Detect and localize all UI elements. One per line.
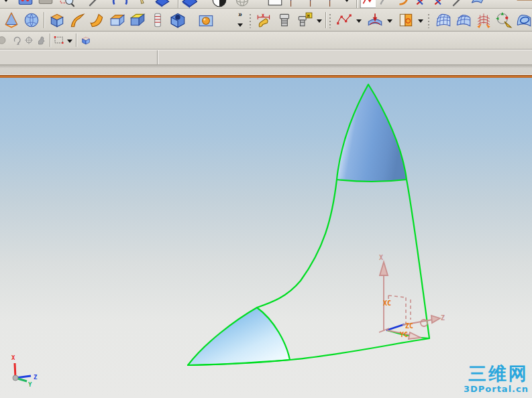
wcs-x-label: X (379, 254, 383, 261)
triad-x-label: X (11, 354, 15, 361)
dropdown-caret-icon[interactable] (65, 31, 74, 49)
pen-icon[interactable] (87, 0, 103, 8)
status-bar (0, 50, 532, 65)
wcs-xc-label: XC (383, 300, 391, 307)
target-gray-icon[interactable] (23, 32, 34, 48)
wcs-yc-label: YC (400, 331, 408, 338)
blue-panel-red-dots-icon[interactable] (17, 0, 33, 8)
toolbar-separator (178, 0, 179, 8)
toolbar-separator (76, 34, 77, 47)
upper-dome-surface[interactable] (337, 84, 407, 182)
bolt-icon[interactable] (274, 10, 295, 30)
open-blue-box-icon[interactable] (81, 32, 91, 48)
toolbar-separator (356, 0, 358, 8)
toolbar-drag-handle[interactable] (427, 12, 431, 28)
curved-sheet-1-icon[interactable] (67, 10, 87, 30)
model-canvas[interactable]: X Z XC ZC YC X Z Y (0, 78, 532, 398)
svg-text:x: x (262, 11, 265, 17)
loop-surface-icon[interactable] (514, 10, 532, 30)
emboss-sphere-icon[interactable] (196, 10, 216, 30)
orange-hook-icon[interactable] (396, 0, 412, 8)
cone-surface-icon[interactable] (1, 10, 21, 30)
ribbed-cylinder-icon[interactable] (148, 10, 168, 30)
graphics-viewport[interactable]: X Z XC ZC YC X Z Y 三维网 3DPortal.cn (0, 78, 532, 398)
pen-icon[interactable] (450, 0, 466, 8)
flag-3-icon[interactable] (325, 0, 341, 8)
section-solid-icon[interactable] (127, 10, 148, 30)
triad-z-label: Z (34, 374, 38, 381)
toolbar-row-partial (0, 0, 532, 9)
red-blue-arrows-icon[interactable] (432, 0, 448, 8)
dropdown-caret-icon[interactable] (342, 0, 351, 8)
wrench-measure-icon[interactable]: x (254, 10, 274, 30)
dropdown-caret-icon[interactable] (1, 0, 10, 8)
flag-2-icon[interactable] (305, 0, 321, 8)
wcs-z-label: Z (441, 314, 445, 322)
selected-edge[interactable] (386, 324, 405, 330)
flag-1-icon[interactable] (286, 0, 302, 8)
cube-with-hole-icon[interactable] (168, 10, 188, 30)
red-polyline-pressed-icon[interactable] (360, 0, 376, 8)
cursor-page-icon[interactable] (134, 0, 150, 8)
watermark-line2: 3DPortal.cn (464, 385, 529, 393)
toolbar-overflow-button[interactable]: » (235, 10, 246, 30)
blue-wedge-icon[interactable] (154, 0, 170, 8)
circle-sketch-pencil-icon[interactable] (494, 10, 514, 30)
watermark: 三维网 3DPortal.cn (464, 364, 529, 393)
application-window: »xH (0, 0, 532, 398)
shelled-box-icon[interactable] (47, 10, 67, 30)
spline-points-icon[interactable] (334, 10, 354, 30)
wcs-yc-arrowhead (409, 332, 421, 339)
bolt-save-icon[interactable]: H (295, 10, 315, 30)
partial-gray-icon[interactable] (0, 32, 11, 48)
triad-y-label: Y (28, 381, 32, 388)
orange-line-icon[interactable] (516, 0, 532, 8)
curved-quilt-2-icon[interactable] (454, 10, 474, 30)
toolbar-separator (325, 12, 327, 28)
dropdown-caret-icon[interactable] (416, 11, 425, 29)
edge-right-outline (407, 180, 429, 338)
status-panel-left (0, 50, 158, 64)
gray-slab-icon[interactable] (37, 0, 53, 8)
selection-marquee-icon[interactable] (54, 32, 64, 48)
blue-wedge-2-icon[interactable] (181, 0, 197, 8)
door-panel-icon[interactable] (396, 10, 416, 30)
sheet-with-arrow-icon[interactable] (365, 10, 385, 30)
smoke-gray-icon[interactable] (36, 32, 46, 48)
wcs-zc-label: ZC (405, 322, 413, 330)
toolbar-drag-handle[interactable] (248, 12, 252, 28)
toolbar-drag-handle[interactable] (328, 12, 332, 28)
lower-dome-surface[interactable] (188, 308, 290, 365)
status-panel-right (158, 50, 532, 64)
toolbar-modeling: »xH (0, 9, 532, 31)
wcs-z-arrowhead (431, 316, 440, 323)
cue-bar (0, 65, 532, 75)
grid-sheet-arrows-icon[interactable] (474, 10, 494, 30)
toolbar-selection (0, 31, 532, 50)
thicken-sheet-icon[interactable] (107, 10, 127, 30)
svg-text:H: H (307, 13, 310, 18)
dropdown-caret-icon[interactable] (354, 11, 363, 29)
toolbar-separator (44, 12, 45, 28)
toolbar-separator (50, 34, 51, 47)
red-blue-arrows-icon[interactable] (414, 0, 430, 8)
curved-quilt-1-icon[interactable] (433, 10, 454, 30)
zoom-box-icon[interactable] (58, 0, 74, 8)
half-shaded-circle-icon[interactable] (211, 0, 227, 8)
watermark-line1: 三维网 (464, 364, 529, 383)
dropdown-caret-icon[interactable] (385, 11, 394, 29)
wcs-x-arrowhead (380, 262, 388, 275)
gray-curve-icon[interactable] (378, 0, 394, 8)
blue-sheets-icon[interactable] (470, 0, 486, 8)
shaded-surfaces[interactable] (188, 84, 407, 365)
dropdown-caret-icon[interactable] (315, 11, 323, 29)
curved-sheet-2-icon[interactable] (87, 10, 107, 30)
white-rect-icon[interactable] (266, 0, 282, 8)
view-triad: X Z Y (11, 354, 38, 388)
overflow-chevron: » (238, 11, 242, 17)
wire-sphere-icon[interactable] (233, 0, 250, 8)
faceted-sphere-icon[interactable] (21, 10, 42, 30)
edge-left-outline (257, 180, 337, 308)
rotate-gray-icon[interactable] (12, 32, 23, 48)
rotate-arc-icon[interactable] (111, 0, 127, 8)
